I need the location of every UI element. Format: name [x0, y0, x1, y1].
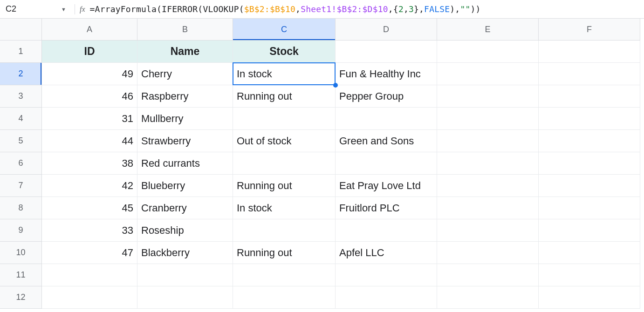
cell-D9[interactable]: [336, 219, 437, 242]
column-header-E[interactable]: E: [437, 19, 539, 41]
cell-C10[interactable]: Running out: [233, 242, 336, 264]
cell-F9[interactable]: [539, 219, 640, 242]
cell-E7[interactable]: [437, 175, 539, 197]
row-header-5[interactable]: 5: [0, 130, 42, 152]
cell-B1[interactable]: Name: [137, 41, 233, 63]
cell-B10[interactable]: Blackberry: [137, 242, 233, 264]
cell-F4[interactable]: [539, 108, 640, 130]
row-header-8[interactable]: 8: [0, 197, 42, 219]
cell-A10[interactable]: 47: [42, 242, 137, 264]
cell-D12[interactable]: [336, 286, 437, 309]
row-header-1[interactable]: 1: [0, 41, 42, 63]
cell-B8[interactable]: Cranberry: [137, 197, 233, 219]
cell-E8[interactable]: [437, 197, 539, 219]
cell-B4[interactable]: Mullberry: [137, 108, 233, 130]
fx-icon: fx: [80, 5, 90, 14]
cell-F2[interactable]: [539, 63, 640, 85]
cell-E12[interactable]: [437, 286, 539, 309]
column-header-C[interactable]: C: [233, 19, 336, 41]
fill-handle[interactable]: [333, 83, 338, 88]
cell-B5[interactable]: Strawberry: [137, 130, 233, 152]
cell-B11[interactable]: [137, 264, 233, 286]
cell-B9[interactable]: Roseship: [137, 219, 233, 242]
column-header-B[interactable]: B: [137, 19, 233, 41]
cell-A3[interactable]: 46: [42, 85, 137, 108]
cell-A8[interactable]: 45: [42, 197, 137, 219]
cell-B7[interactable]: Blueberry: [137, 175, 233, 197]
row-header-7[interactable]: 7: [0, 175, 42, 197]
cell-C7[interactable]: Running out: [233, 175, 336, 197]
cell-F5[interactable]: [539, 130, 640, 152]
cell-D3[interactable]: Pepper Group: [336, 85, 437, 108]
row-header-9[interactable]: 9: [0, 219, 42, 242]
cell-B3[interactable]: Raspberry: [137, 85, 233, 108]
cell-D5[interactable]: Green and Sons: [336, 130, 437, 152]
cell-B6[interactable]: Red currants: [137, 152, 233, 175]
cell-F11[interactable]: [539, 264, 640, 286]
formula-token: (: [198, 4, 203, 14]
cell-C11[interactable]: [233, 264, 336, 286]
cell-D8[interactable]: Fruitlord PLC: [336, 197, 437, 219]
cell-A4[interactable]: 31: [42, 108, 137, 130]
cell-E5[interactable]: [437, 130, 539, 152]
cell-B12[interactable]: [137, 286, 233, 309]
cell-C5[interactable]: Out of stock: [233, 130, 336, 152]
formula-input[interactable]: =ArrayFormula(IFERROR(VLOOKUP($B$2:$B$10…: [90, 4, 481, 14]
row-header-2[interactable]: 2: [0, 63, 42, 85]
cell-E4[interactable]: [437, 108, 539, 130]
cell-A12[interactable]: [42, 286, 137, 309]
column-header-A[interactable]: A: [42, 19, 137, 41]
cell-C6[interactable]: [233, 152, 336, 175]
cell-D1[interactable]: [336, 41, 437, 63]
cell-A2[interactable]: 49: [42, 63, 137, 85]
row-header-4[interactable]: 4: [0, 108, 42, 130]
cell-C9[interactable]: [233, 219, 336, 242]
cell-F8[interactable]: [539, 197, 640, 219]
cell-A1[interactable]: ID: [42, 41, 137, 63]
cell-E9[interactable]: [437, 219, 539, 242]
formula-token: ): [470, 4, 475, 14]
cell-E3[interactable]: [437, 85, 539, 108]
cell-C4[interactable]: [233, 108, 336, 130]
name-box[interactable]: C2 ▼: [0, 0, 70, 18]
cell-F12[interactable]: [539, 286, 640, 309]
formula-bar-row: C2 ▼ fx =ArrayFormula(IFERROR(VLOOKUP($B…: [0, 0, 644, 19]
cell-D6[interactable]: [336, 152, 437, 175]
cells-area: IDNameStock49CherryIn stockFun & Healthy…: [42, 41, 640, 309]
cell-D4[interactable]: [336, 108, 437, 130]
cell-A6[interactable]: 38: [42, 152, 137, 175]
cell-D2[interactable]: Fun & Healthy Inc: [336, 63, 437, 85]
row-header-3[interactable]: 3: [0, 85, 42, 108]
column-header-D[interactable]: D: [336, 19, 437, 41]
cell-A11[interactable]: [42, 264, 137, 286]
cell-E2[interactable]: [437, 63, 539, 85]
name-box-dropdown-icon[interactable]: ▼: [61, 7, 70, 12]
cell-F7[interactable]: [539, 175, 640, 197]
row-header-11[interactable]: 11: [0, 264, 42, 286]
cell-F3[interactable]: [539, 85, 640, 108]
cell-E11[interactable]: [437, 264, 539, 286]
cell-E10[interactable]: [437, 242, 539, 264]
cell-E6[interactable]: [437, 152, 539, 175]
cell-B2[interactable]: Cherry: [137, 63, 233, 85]
select-all-corner[interactable]: [0, 19, 42, 41]
cell-F1[interactable]: [539, 41, 640, 63]
cell-D7[interactable]: Eat Pray Love Ltd: [336, 175, 437, 197]
cell-F6[interactable]: [539, 152, 640, 175]
cell-D11[interactable]: [336, 264, 437, 286]
row-header-10[interactable]: 10: [0, 242, 42, 264]
cell-C1[interactable]: Stock: [233, 41, 336, 63]
cell-E1[interactable]: [437, 41, 539, 63]
column-header-F[interactable]: F: [539, 19, 640, 41]
row-header-12[interactable]: 12: [0, 286, 42, 309]
cell-A7[interactable]: 42: [42, 175, 137, 197]
cell-A9[interactable]: 33: [42, 219, 137, 242]
cell-C2[interactable]: In stock: [233, 63, 336, 85]
cell-D10[interactable]: Apfel LLC: [336, 242, 437, 264]
cell-F10[interactable]: [539, 242, 640, 264]
row-header-6[interactable]: 6: [0, 152, 42, 175]
cell-C3[interactable]: Running out: [233, 85, 336, 108]
cell-A5[interactable]: 44: [42, 130, 137, 152]
cell-C12[interactable]: [233, 286, 336, 309]
cell-C8[interactable]: In stock: [233, 197, 336, 219]
